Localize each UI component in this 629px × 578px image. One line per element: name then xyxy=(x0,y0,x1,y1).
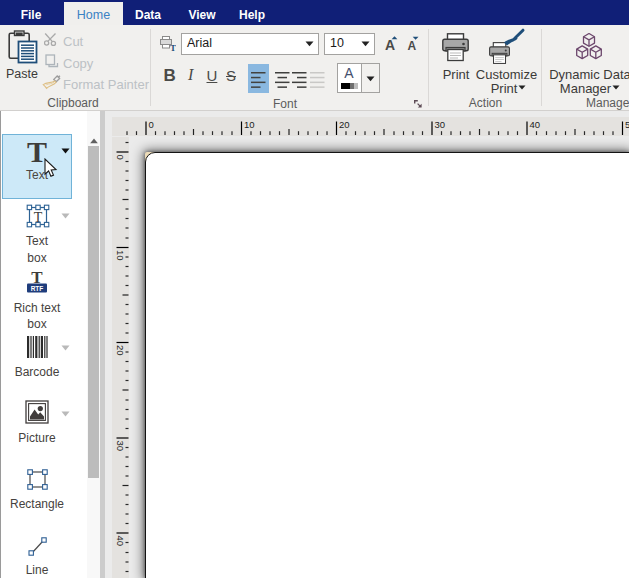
svg-text:40: 40 xyxy=(530,119,541,130)
svg-text:10: 10 xyxy=(244,119,255,130)
svg-text:0: 0 xyxy=(115,155,126,160)
svg-text:50: 50 xyxy=(625,119,629,130)
svg-text:30: 30 xyxy=(435,119,446,130)
svg-text:30: 30 xyxy=(115,441,126,452)
svg-text:40: 40 xyxy=(115,536,126,547)
svg-text:20: 20 xyxy=(115,345,126,356)
svg-text:20: 20 xyxy=(339,119,350,130)
svg-text:0: 0 xyxy=(149,119,154,130)
svg-text:10: 10 xyxy=(115,250,126,261)
